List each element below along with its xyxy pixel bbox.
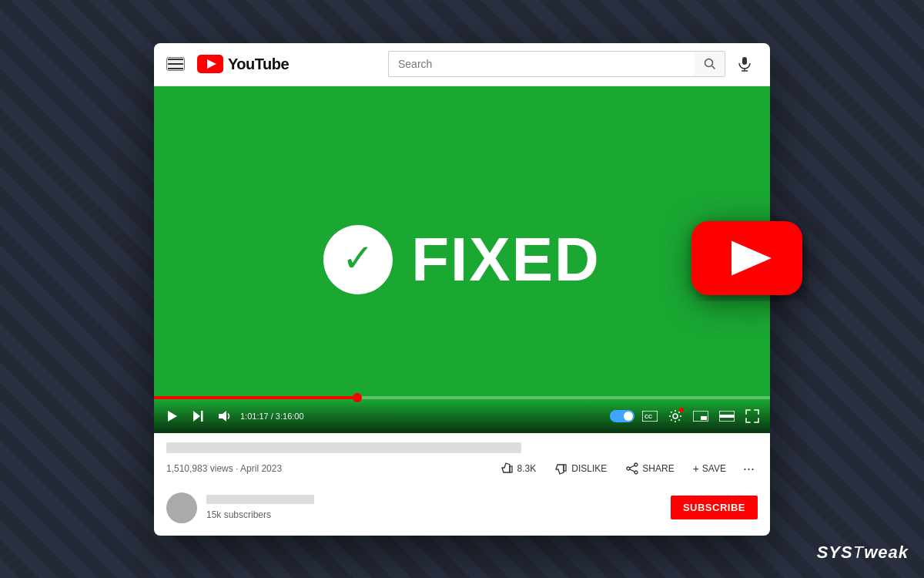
- svg-marker-12: [219, 411, 226, 422]
- dislike-label: DISLIKE: [571, 463, 607, 474]
- svg-rect-21: [564, 465, 566, 471]
- tweak-text: T: [853, 543, 864, 562]
- weak-text: weak: [864, 543, 909, 562]
- video-controls-right: CC: [610, 406, 762, 426]
- save-plus-icon: +: [693, 462, 699, 475]
- youtube-overlay-logo: [685, 215, 808, 304]
- channel-subscribers: 15k subscribers: [206, 509, 271, 520]
- subscribe-button[interactable]: SUBSCRIBE: [671, 496, 758, 519]
- mic-button[interactable]: [732, 51, 758, 77]
- settings-button[interactable]: [665, 406, 685, 426]
- youtube-big-logo-icon: [685, 215, 808, 301]
- channel-name: [206, 495, 314, 504]
- youtube-header: YouTube: [154, 43, 770, 86]
- captions-button[interactable]: CC: [639, 408, 661, 425]
- svg-point-15: [673, 414, 678, 418]
- svg-point-22: [634, 463, 638, 466]
- svg-line-25: [630, 465, 634, 468]
- watermark-text: SYSTweak: [817, 543, 909, 562]
- mic-icon: [738, 56, 752, 72]
- search-button[interactable]: [695, 51, 725, 77]
- thumbs-up-icon: [500, 462, 514, 476]
- svg-line-26: [630, 469, 634, 472]
- save-label: SAVE: [702, 463, 726, 474]
- search-input[interactable]: [388, 51, 695, 77]
- dislike-button[interactable]: DISLIKE: [550, 459, 611, 479]
- miniplayer-button[interactable]: [690, 408, 711, 425]
- svg-rect-4: [742, 57, 747, 65]
- theatre-icon: [719, 411, 735, 422]
- sys-text: SYS: [817, 543, 853, 562]
- video-meta-row: 1,510,983 views · April 2023 8.3K: [166, 458, 758, 480]
- play-icon: [165, 409, 179, 423]
- svg-rect-11: [201, 411, 203, 422]
- youtube-logo-icon: [197, 55, 223, 73]
- settings-dot: [679, 408, 684, 412]
- svg-point-24: [627, 467, 630, 470]
- search-container: [388, 51, 758, 77]
- thumbs-down-icon: [554, 462, 568, 476]
- share-icon: [625, 462, 639, 476]
- video-player[interactable]: ✓ FIXED: [154, 86, 770, 433]
- miniplayer-icon: [693, 411, 708, 422]
- save-button[interactable]: + SAVE: [688, 459, 731, 478]
- video-fixed-label: ✓ FIXED: [323, 224, 601, 295]
- svg-rect-19: [719, 415, 735, 418]
- volume-icon: [217, 409, 231, 423]
- next-button[interactable]: [188, 406, 208, 426]
- watermark: SYSTweak: [817, 543, 909, 563]
- fullscreen-button[interactable]: [742, 406, 762, 426]
- checkmark-icon: ✓: [342, 239, 374, 277]
- svg-marker-10: [193, 411, 200, 422]
- svg-point-2: [705, 59, 712, 67]
- toggle-knob: [624, 412, 633, 421]
- more-button[interactable]: ···: [740, 458, 758, 480]
- video-title: [166, 442, 521, 453]
- fullscreen-icon: [745, 409, 759, 423]
- theatre-button[interactable]: [716, 408, 738, 425]
- browser-window: YouTube: [154, 43, 770, 536]
- svg-rect-20: [510, 466, 512, 472]
- captions-icon: CC: [642, 411, 658, 422]
- channel-row: 15k subscribers SUBSCRIBE: [154, 486, 770, 536]
- next-icon: [191, 409, 205, 423]
- autoplay-toggle[interactable]: [610, 410, 634, 422]
- youtube-logo[interactable]: YouTube: [197, 55, 289, 73]
- video-time: 1:01:17 / 3:16:00: [240, 412, 304, 421]
- video-actions: 8.3K DISLIKE: [496, 458, 758, 480]
- volume-button[interactable]: [214, 406, 234, 426]
- channel-avatar: [166, 492, 197, 523]
- svg-rect-17: [701, 416, 707, 420]
- svg-marker-9: [168, 411, 177, 422]
- menu-button[interactable]: [166, 57, 185, 71]
- video-content: ✓ FIXED: [154, 86, 770, 433]
- video-info: 1,510,983 views · April 2023 8.3K: [154, 433, 770, 486]
- svg-line-3: [711, 66, 715, 69]
- like-count: 8.3K: [517, 463, 537, 474]
- like-button[interactable]: 8.3K: [496, 459, 541, 479]
- channel-info: 15k subscribers: [206, 495, 671, 521]
- svg-text:CC: CC: [644, 414, 652, 419]
- fixed-text: FIXED: [411, 224, 601, 295]
- video-controls: 1:01:17 / 3:16:00 CC: [154, 399, 770, 433]
- share-label: SHARE: [642, 463, 674, 474]
- youtube-logo-text: YouTube: [228, 55, 289, 73]
- video-views: 1,510,983 views · April 2023: [166, 463, 282, 474]
- share-button[interactable]: SHARE: [621, 459, 678, 479]
- play-button[interactable]: [162, 406, 182, 426]
- check-circle: ✓: [323, 225, 393, 294]
- more-dots-icon: ···: [743, 461, 755, 476]
- svg-point-23: [634, 471, 638, 474]
- search-icon: [704, 58, 716, 70]
